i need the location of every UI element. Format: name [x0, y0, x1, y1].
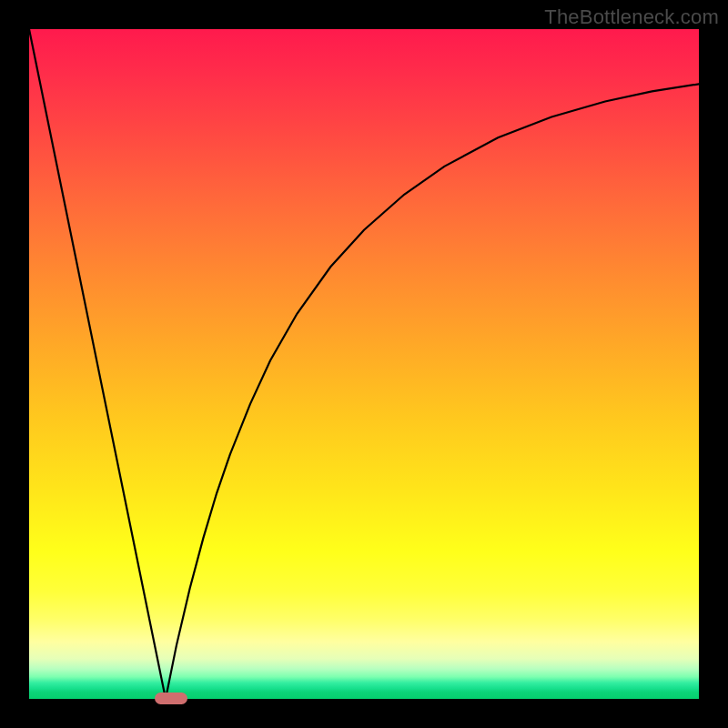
watermark-text: TheBottleneck.com [544, 5, 719, 29]
curve-layer [29, 29, 699, 699]
right-branch-line [166, 84, 699, 699]
left-branch-line [29, 29, 166, 699]
bottleneck-marker [155, 693, 187, 704]
plot-area [29, 29, 699, 699]
chart-frame: TheBottleneck.com [0, 0, 728, 728]
